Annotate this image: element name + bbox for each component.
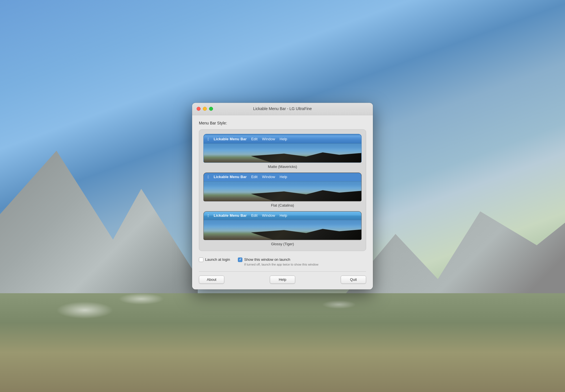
app-name-flat: Lickable Menu Bar — [214, 175, 247, 179]
checkboxes-row: Launch at login ✓ Show this window on la… — [199, 257, 366, 266]
about-button[interactable]: About — [199, 275, 224, 284]
menu-window-flat: Window — [262, 175, 275, 179]
section-label: Menu Bar Style: — [199, 121, 366, 125]
preview-bg-glossy — [204, 220, 361, 240]
help-button[interactable]: Help — [270, 275, 295, 284]
preview-scene-glossy — [204, 220, 361, 240]
launch-at-login-checkbox[interactable] — [199, 258, 203, 262]
apple-icon-matte:  — [208, 137, 209, 141]
style-preview-glossy[interactable]:  Lickable Menu Bar Edit Window Help Glo… — [204, 211, 361, 246]
bottom-controls: Launch at login ✓ Show this window on la… — [199, 256, 366, 284]
preview-window-matte:  Lickable Menu Bar Edit Window Help — [204, 134, 361, 162]
show-on-launch-text: Show this window on launch If turned off… — [244, 257, 318, 266]
apple-icon-flat:  — [208, 175, 209, 179]
window-title: Lickable Menu Bar - LG UltraFine — [253, 106, 312, 111]
checkmark-icon: ✓ — [239, 258, 242, 261]
menu-help-matte: Help — [280, 137, 287, 141]
show-on-launch-group: ✓ Show this window on launch If turned o… — [238, 257, 318, 266]
menu-bar-glossy:  Lickable Menu Bar Edit Window Help — [204, 211, 361, 220]
preview-caption-flat: Flat (Catalina) — [204, 203, 361, 207]
menu-edit-flat: Edit — [251, 175, 257, 179]
preview-bg-matte — [204, 143, 361, 162]
window-controls — [197, 107, 213, 111]
main-window: Lickable Menu Bar - LG UltraFine Menu Ba… — [192, 103, 373, 289]
quit-button[interactable]: Quit — [341, 275, 366, 284]
menu-window-glossy: Window — [262, 213, 275, 218]
close-button[interactable] — [197, 107, 201, 111]
menu-window-matte: Window — [262, 137, 275, 141]
menu-edit-glossy: Edit — [251, 213, 257, 218]
launch-at-login-label: Launch at login — [205, 257, 230, 262]
window-content: Menu Bar Style:  Lickable Menu Bar Edit… — [192, 115, 373, 289]
app-name-matte: Lickable Menu Bar — [214, 137, 247, 141]
title-bar: Lickable Menu Bar - LG UltraFine — [192, 103, 373, 115]
preview-window-flat:  Lickable Menu Bar Edit Window Help — [204, 173, 361, 201]
show-on-launch-label: Show this window on launch — [244, 257, 318, 262]
preview-caption-matte: Matte (Mavericks) — [204, 165, 361, 169]
menu-bar-flat:  Lickable Menu Bar Edit Window Help — [204, 173, 361, 181]
menu-help-flat: Help — [280, 175, 287, 179]
app-name-glossy: Lickable Menu Bar — [214, 213, 247, 218]
apple-icon-glossy:  — [208, 213, 209, 218]
maximize-button[interactable] — [209, 107, 213, 111]
preview-scene-matte — [204, 143, 361, 162]
preview-window-glossy:  Lickable Menu Bar Edit Window Help — [204, 211, 361, 240]
show-on-launch-checkbox[interactable]: ✓ — [238, 257, 242, 262]
bottom-buttons: About Help Quit — [199, 271, 366, 284]
show-on-launch-sublabel: If turned off, launch the app twice to s… — [244, 263, 318, 266]
menu-help-glossy: Help — [280, 213, 287, 218]
style-preview-matte[interactable]:  Lickable Menu Bar Edit Window Help Mat… — [204, 134, 361, 169]
preview-caption-glossy: Glossy (Tiger) — [204, 242, 361, 246]
preview-bg-flat — [204, 181, 361, 201]
minimize-button[interactable] — [203, 107, 207, 111]
style-preview-flat[interactable]:  Lickable Menu Bar Edit Window Help Fla… — [204, 173, 361, 207]
launch-at-login-group: Launch at login — [199, 257, 230, 262]
styles-panel:  Lickable Menu Bar Edit Window Help Mat… — [199, 129, 366, 251]
menu-edit-matte: Edit — [251, 137, 257, 141]
menu-bar-matte:  Lickable Menu Bar Edit Window Help — [204, 135, 361, 143]
preview-scene-flat — [204, 181, 361, 201]
